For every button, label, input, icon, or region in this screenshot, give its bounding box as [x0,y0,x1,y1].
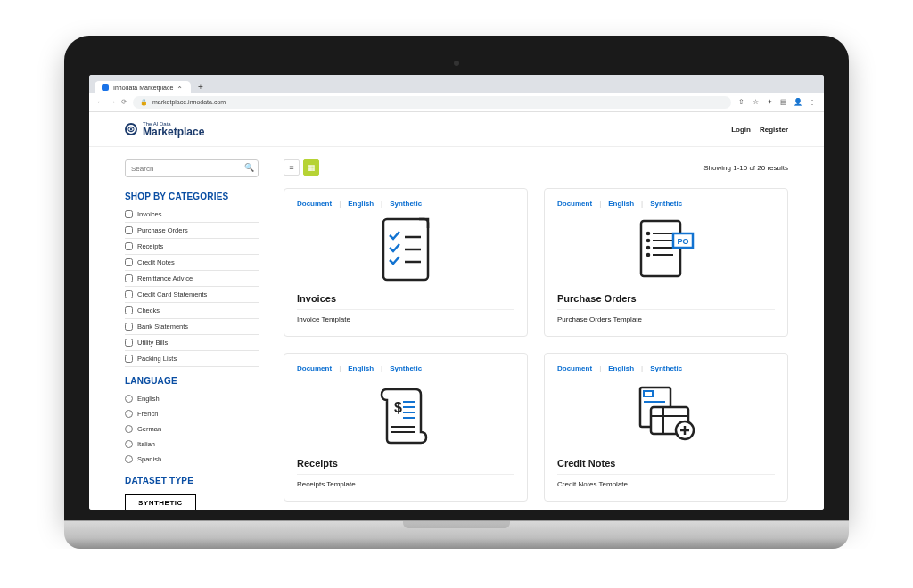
search-icon[interactable]: 🔍 [244,163,254,172]
facet-item[interactable]: Remittance Advice [125,271,259,287]
facet-checkbox[interactable] [125,323,133,331]
facet-item[interactable]: Spanish [125,452,259,467]
tag-link[interactable]: Document [557,364,592,372]
facet-item[interactable]: Credit Notes [125,255,259,271]
forward-icon[interactable]: → [109,98,116,106]
facet-checkbox[interactable] [125,242,133,250]
favicon [102,84,109,91]
reload-icon[interactable]: ⟳ [121,98,127,106]
product-card[interactable]: Document| English| Synthetic [284,188,528,337]
facet-radio[interactable] [125,425,133,433]
facet-label: Utility Bills [137,339,168,347]
facet-item[interactable]: Credit Card Statements [125,287,259,303]
page-body: 🔍 SHOP BY CATEGORIES Invoices Purchase O… [89,147,824,510]
tag-link[interactable]: English [608,200,634,208]
facet-radio[interactable] [125,455,133,463]
facet-radio[interactable] [125,410,133,418]
categories-list: Invoices Purchase Orders Receipts Credit… [125,207,259,367]
facet-item[interactable]: Bank Statements [125,319,259,335]
facet-checkbox[interactable] [125,355,133,363]
facet-checkbox[interactable] [125,274,133,282]
facet-checkbox[interactable] [125,210,133,218]
share-icon[interactable]: ⇧ [736,98,745,106]
dataset-chip[interactable]: SYNTHETIC [125,494,196,510]
tag-link[interactable]: Synthetic [390,364,422,372]
tag-link[interactable]: English [348,364,374,372]
card-subtitle: Receipts Template [297,480,514,488]
divider [557,474,775,475]
facet-item[interactable]: Packing Lists [125,351,259,367]
back-icon[interactable]: ← [96,98,103,106]
language-list: English French German Italian Spanish [125,391,259,467]
browser-tab[interactable]: Innodata Marketplace × [95,81,191,93]
page-content: ⦿ The AI Data Marketplace Login Register [89,112,824,510]
facet-checkbox[interactable] [125,339,133,347]
tag-link[interactable]: Document [297,364,332,372]
star-icon[interactable]: ☆ [751,98,760,106]
facet-label: Purchase Orders [137,226,188,234]
facet-item[interactable]: Receipts [125,239,259,255]
divider [297,474,514,475]
svg-point-11 [647,254,650,257]
tag-link[interactable]: Synthetic [650,364,682,372]
facet-radio[interactable] [125,440,133,448]
product-card[interactable]: Document| English| Synthetic [544,353,788,502]
facet-label: Packing Lists [137,355,177,363]
facet-item[interactable]: Italian [125,437,259,452]
tag-link[interactable]: English [348,200,374,208]
svg-point-9 [647,247,650,249]
facet-checkbox[interactable] [125,290,133,298]
facet-item[interactable]: Utility Bills [125,335,259,351]
card-tags: Document| English| Synthetic [297,200,514,208]
screen: Innodata Marketplace × + ← → ⟳ 🔒 marketp… [89,75,824,510]
card-title: Credit Notes [557,458,775,469]
facet-checkbox[interactable] [125,226,133,234]
facet-item[interactable]: Invoices [125,207,259,223]
bookmark-icon[interactable]: ▤ [779,98,788,106]
tag-link[interactable]: Synthetic [390,200,422,208]
facet-item[interactable]: English [125,391,259,406]
close-tab-icon[interactable]: × [177,84,182,91]
tag-link[interactable]: Document [557,200,592,208]
tag-link[interactable]: Document [297,200,332,208]
sidebar: 🔍 SHOP BY CATEGORIES Invoices Purchase O… [125,159,259,510]
language-title: LANGUAGE [125,376,259,386]
view-toggle: ≡ ▦ [284,159,319,176]
facet-label: Bank Statements [137,323,188,331]
credit-note-illustration-icon [557,380,775,449]
facet-item[interactable]: Purchase Orders [125,223,259,239]
tag-link[interactable]: Synthetic [650,200,682,208]
register-link[interactable]: Register [760,126,788,134]
list-view-button[interactable]: ≡ [284,159,300,176]
tag-link[interactable]: English [608,364,634,372]
card-tags: Document| English| Synthetic [557,200,775,208]
card-title: Invoices [297,293,514,304]
facet-label: Receipts [137,242,163,250]
profile-icon[interactable]: 👤 [794,98,802,106]
laptop-mockup: Innodata Marketplace × + ← → ⟳ 🔒 marketp… [64,36,849,549]
facet-label: Italian [137,440,155,448]
card-tags: Document| English| Synthetic [557,364,775,372]
svg-point-7 [647,240,650,242]
brand-main: Marketplace [143,127,204,137]
address-bar[interactable]: 🔒 marketplace.innodata.com [133,96,731,109]
search-input[interactable] [125,159,259,177]
grid-view-button[interactable]: ▦ [303,159,319,176]
facet-checkbox[interactable] [125,258,133,266]
facet-radio[interactable] [125,395,133,403]
login-link[interactable]: Login [731,126,751,134]
card-tags: Document| English| Synthetic [297,364,514,372]
menu-icon[interactable]: ⋮ [808,98,817,106]
facet-item[interactable]: Checks [125,303,259,319]
facet-item[interactable]: French [125,406,259,421]
facet-item[interactable]: German [125,421,259,437]
product-card[interactable]: Document| English| Synthetic [544,188,788,337]
laptop-base [64,520,849,549]
extension-icon[interactable]: ✦ [765,98,774,106]
new-tab-button[interactable]: + [194,80,207,93]
brand[interactable]: ⦿ The AI Data Marketplace [125,121,204,137]
product-card[interactable]: Document| English| Synthetic $ [284,353,528,502]
facet-label: Checks [137,306,160,314]
facet-checkbox[interactable] [125,306,133,314]
site-header: ⦿ The AI Data Marketplace Login Register [89,112,824,147]
